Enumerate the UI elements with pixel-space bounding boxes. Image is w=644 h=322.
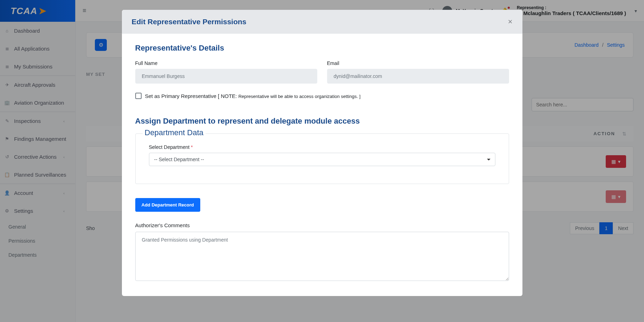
department-data-legend: Department Data: [143, 128, 206, 137]
modal-body: Representative's Details Full Name Emman…: [122, 34, 522, 296]
edit-permissions-modal: Edit Representative Permissions × Repres…: [122, 10, 522, 296]
full-name-field: Emmanuel Burgess: [135, 69, 317, 84]
section-assign-department: Assign Department to represent and deleg…: [135, 117, 509, 126]
select-department-label: Select Department: [149, 144, 495, 150]
email-field: dynid@mailinator.com: [327, 69, 509, 84]
modal-title: Edit Representative Permissions: [132, 18, 247, 26]
add-department-record-button[interactable]: Add Department Record: [135, 198, 201, 212]
modal-header: Edit Representative Permissions ×: [122, 10, 522, 34]
select-department-dropdown[interactable]: -- Select Department --: [149, 153, 495, 166]
authorizer-comments-label: Authorizer's Comments: [135, 222, 509, 228]
authorizer-comments-textarea[interactable]: [135, 232, 509, 281]
section-representative-details: Representative's Details: [135, 44, 509, 53]
primary-rep-label: Set as Primary Representative [ NOTE: Re…: [145, 93, 361, 99]
full-name-label: Full Name: [135, 60, 317, 66]
email-label: Email: [327, 60, 509, 66]
checkbox-icon[interactable]: [135, 93, 142, 99]
close-icon[interactable]: ×: [508, 18, 513, 26]
department-data-fieldset: Department Data Select Department -- Sel…: [135, 133, 509, 184]
primary-representative-toggle[interactable]: Set as Primary Representative [ NOTE: Re…: [135, 93, 509, 99]
